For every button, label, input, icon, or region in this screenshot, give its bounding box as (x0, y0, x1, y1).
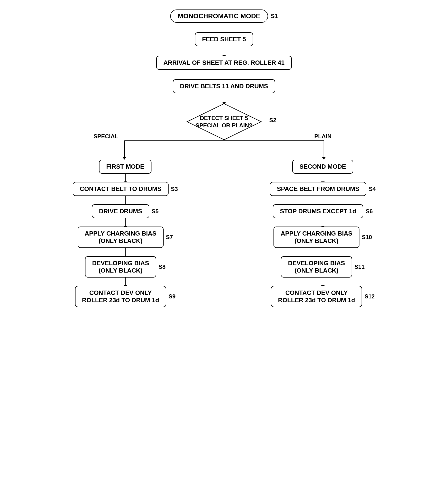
right-arrow5 (323, 277, 323, 286)
start-label: MONOCHROMATIC MODE (170, 10, 268, 23)
s1-label: S1 (271, 13, 278, 19)
left-arrow1 (125, 174, 126, 182)
arrow4 (224, 93, 224, 103)
space-belt-label: SPACE BELT FROM DRUMS (270, 182, 366, 196)
right-branch: SECOND MODE SPACE BELT FROM DRUMS S4 STO… (232, 160, 414, 307)
arrow3 (224, 70, 224, 79)
contact-belt-label: CONTACT BELT TO DRUMS (73, 182, 169, 196)
right-arrow1 (323, 174, 323, 182)
drive-drums-label: DRIVE DRUMS (92, 204, 149, 218)
arrival-label: ARRIVAL OF SHEET AT REG. ROLLER 41 (156, 56, 291, 70)
diamond-label: DETECT SHEET 5SPECIAL OR PLAIN? (196, 114, 253, 129)
s2-label: S2 (269, 117, 276, 123)
drive-belts-label: DRIVE BELTS 11 AND DRUMS (173, 79, 275, 93)
contact-dev-right-node: CONTACT DEV ONLYROLLER 23d TO DRUM 1d S1… (271, 286, 375, 307)
contact-dev-left-label: CONTACT DEV ONLYROLLER 23d TO DRUM 1d (75, 286, 166, 307)
branch-connector: SPECIAL PLAIN (34, 141, 414, 160)
contact-belt-node: CONTACT BELT TO DRUMS S3 (73, 182, 178, 196)
left-arrow3 (125, 218, 126, 227)
s3-label: S3 (171, 186, 178, 192)
svg-text:SPECIAL: SPECIAL (94, 133, 118, 139)
s9-label: S9 (169, 293, 176, 300)
right-arrow2 (323, 196, 323, 204)
right-arrow4 (323, 248, 323, 256)
space-belt-node: SPACE BELT FROM DRUMS S4 (270, 182, 376, 196)
second-mode-label: SECOND MODE (292, 160, 353, 174)
drive-drums-node: DRIVE DRUMS S5 (92, 204, 159, 218)
start-node: MONOCHROMATIC MODE S1 (170, 10, 278, 23)
s5-label: S5 (152, 208, 159, 215)
left-arrow4 (125, 248, 126, 256)
left-arrow2 (125, 196, 126, 204)
feed-sheet-label: FEED SHEET 5 (195, 32, 253, 46)
developing-bias-left-label: DEVELOPING BIAS(ONLY BLACK) (85, 256, 156, 277)
stop-drums-label: STOP DRUMS EXCEPT 1d (273, 204, 363, 218)
s12-label: S12 (364, 293, 375, 300)
apply-charging-left-node: APPLY CHARGING BIAS(ONLY BLACK) S7 (78, 227, 173, 248)
apply-charging-right-label: APPLY CHARGING BIAS(ONLY BLACK) (273, 227, 359, 248)
right-arrow3 (323, 218, 323, 227)
arrow1 (224, 23, 224, 32)
apply-charging-left-label: APPLY CHARGING BIAS(ONLY BLACK) (78, 227, 164, 248)
left-arrow5 (125, 277, 126, 286)
feed-sheet-node: FEED SHEET 5 (195, 32, 253, 46)
contact-dev-left-node: CONTACT DEV ONLYROLLER 23d TO DRUM 1d S9 (75, 286, 176, 307)
first-mode-label: FIRST MODE (99, 160, 151, 174)
svg-marker-3 (123, 157, 126, 160)
arrival-node: ARRIVAL OF SHEET AT REG. ROLLER 41 (156, 56, 291, 70)
developing-bias-right-node: DEVELOPING BIAS(ONLY BLACK) S11 (281, 256, 365, 277)
decision-node: DETECT SHEET 5SPECIAL OR PLAIN? S2 (186, 103, 262, 141)
second-mode-node: SECOND MODE (292, 160, 353, 174)
apply-charging-right-node: APPLY CHARGING BIAS(ONLY BLACK) S10 (273, 227, 372, 248)
developing-bias-left-node: DEVELOPING BIAS(ONLY BLACK) S8 (85, 256, 165, 277)
first-mode-node: FIRST MODE (99, 160, 151, 174)
developing-bias-right-label: DEVELOPING BIAS(ONLY BLACK) (281, 256, 352, 277)
left-branch: FIRST MODE CONTACT BELT TO DRUMS S3 DRIV… (34, 160, 217, 307)
s6-label: S6 (366, 208, 372, 215)
split-section: FIRST MODE CONTACT BELT TO DRUMS S3 DRIV… (34, 160, 414, 307)
stop-drums-node: STOP DRUMS EXCEPT 1d S6 (273, 204, 373, 218)
branch-connector-svg: SPECIAL PLAIN (34, 141, 414, 160)
svg-marker-6 (322, 157, 325, 160)
svg-text:PLAIN: PLAIN (314, 133, 331, 139)
s8-label: S8 (159, 264, 165, 270)
s7-label: S7 (166, 234, 173, 241)
s4-label: S4 (369, 186, 376, 192)
s11-label: S11 (354, 264, 365, 270)
contact-dev-right-label: CONTACT DEV ONLYROLLER 23d TO DRUM 1d (271, 286, 362, 307)
s10-label: S10 (362, 234, 372, 241)
drive-belts-node: DRIVE BELTS 11 AND DRUMS (173, 79, 275, 93)
flowchart: MONOCHROMATIC MODE S1 FEED SHEET 5 ARRIV… (34, 10, 414, 307)
arrow2 (224, 46, 224, 56)
